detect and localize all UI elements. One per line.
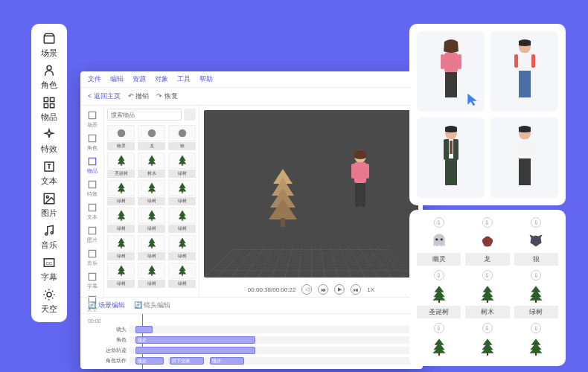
search-settings-button[interactable] — [184, 109, 196, 121]
timeline-clip[interactable] — [135, 347, 255, 354]
leftnav-item[interactable]: 文本 — [87, 202, 98, 221]
asset-item[interactable]: 绿树 — [168, 263, 196, 288]
tab-scene-edit[interactable]: 🔄 场景编辑 — [88, 301, 125, 310]
asset-panel-item[interactable]: ⇩ — [514, 323, 558, 359]
leftnav-item[interactable]: 音乐 — [87, 248, 98, 267]
menu-tools[interactable]: 工具 — [177, 74, 191, 84]
text-icon — [42, 159, 57, 174]
svg-rect-4 — [51, 104, 54, 108]
menu-assets[interactable]: 资源 — [132, 74, 146, 84]
rewind-button[interactable]: ⏮ — [318, 284, 328, 295]
timeline-clip[interactable] — [135, 326, 153, 333]
tab-camera-edit[interactable]: 🔄 镜头编辑 — [134, 301, 171, 310]
menu-file[interactable]: 文件 — [88, 74, 101, 84]
toolbar: < 返回主页 ↶ 撤销 ↷ 恢复 — [80, 88, 423, 106]
asset-item[interactable]: 绿树 — [107, 263, 135, 288]
back-button[interactable]: < 返回主页 — [88, 92, 121, 101]
forward-button[interactable]: ⏭ — [351, 284, 361, 295]
timeline-tabs: 🔄 场景编辑 🔄 镜头编辑 — [80, 297, 423, 314]
asset-item[interactable]: 绿树 — [138, 235, 165, 260]
asset-panel-item[interactable]: ⇩圣诞树 — [417, 270, 461, 318]
leftnav-item[interactable]: 角色 — [87, 133, 98, 152]
leftnav-item[interactable]: 字幕 — [87, 272, 98, 290]
asset-item[interactable]: 圣诞树 — [107, 153, 135, 178]
track-label: 角色 — [88, 336, 127, 344]
character-card-man-suit[interactable] — [417, 118, 485, 198]
play-button[interactable]: ▶ — [334, 284, 345, 295]
timeline-track[interactable] — [130, 326, 415, 333]
asset-item[interactable]: 幽灵 — [107, 125, 135, 150]
asset-panel-item[interactable]: ⇩龙 — [465, 217, 509, 266]
sidebar-item-sky[interactable]: 天空 — [41, 287, 57, 315]
svg-rect-101 — [519, 158, 531, 185]
sidebar-item-text[interactable]: 文本 — [41, 159, 57, 187]
asset-item[interactable]: 树木 — [138, 153, 165, 178]
asset-item[interactable]: 狼 — [168, 125, 196, 150]
sidebar-item-effects[interactable]: 特效 — [41, 127, 57, 155]
timeline-clip[interactable]: 慢走 — [135, 357, 164, 365]
character-card-woman[interactable] — [417, 31, 485, 112]
sidebar-item-character[interactable]: 角色 — [41, 63, 57, 91]
asset-item[interactable]: 绿树 — [168, 208, 196, 233]
leftnav-item[interactable]: 物品 — [87, 156, 98, 175]
svg-rect-19 — [89, 250, 95, 257]
timeline-clip[interactable]: 蹲下交谈 — [170, 357, 204, 365]
timeline-track[interactable]: 慢走 — [130, 336, 415, 344]
leftnav-item[interactable]: 图片 — [87, 225, 98, 244]
svg-rect-99 — [514, 141, 518, 154]
sidebar-item-image[interactable]: 图片 — [41, 191, 57, 219]
character-card-boy[interactable] — [490, 31, 558, 112]
sidebar-item-subtitle[interactable]: CC字幕 — [41, 255, 57, 283]
track-label: 镜头 — [88, 326, 127, 333]
asset-picker-panel: ⇩幽灵⇩龙⇩狼⇩圣诞树⇩树木⇩绿树⇩⇩⇩ — [409, 210, 566, 366]
asset-panel-item[interactable]: ⇩树木 — [465, 270, 509, 318]
asset-item[interactable]: 绿树 — [138, 180, 165, 205]
asset-panel-item[interactable]: ⇩幽灵 — [417, 217, 461, 266]
svg-rect-111 — [487, 300, 488, 303]
download-icon: ⇩ — [434, 217, 444, 228]
timeline-ruler[interactable]: 00:00 — [88, 317, 415, 324]
svg-point-0 — [47, 65, 51, 70]
sidebar-item-music[interactable]: 音乐 — [41, 223, 57, 251]
asset-item[interactable]: 绿树 — [168, 180, 196, 205]
asset-panel-item[interactable]: ⇩ — [465, 323, 509, 359]
track-label: 运动轨迹 — [88, 347, 127, 354]
timeline-clip[interactable]: 慢走 — [135, 336, 255, 344]
timeline-track[interactable]: 慢走蹲下交谈慢步 — [130, 357, 415, 365]
undo-button[interactable]: ↶ 撤销 — [128, 92, 150, 101]
menu-object[interactable]: 对象 — [155, 74, 168, 84]
asset-item[interactable]: 绿树 — [168, 153, 196, 178]
menu-help[interactable]: 帮助 — [199, 74, 213, 84]
svg-rect-88 — [518, 53, 531, 71]
search-input[interactable] — [107, 109, 182, 121]
asset-item[interactable]: 绿树 — [168, 235, 196, 260]
speed-label[interactable]: 1X — [367, 286, 374, 293]
asset-item[interactable]: 绿树 — [138, 263, 165, 288]
asset-item[interactable]: 绿树 — [107, 208, 135, 233]
asset-item[interactable]: 绿树 — [138, 208, 165, 233]
download-icon: ⇩ — [482, 270, 493, 280]
menu-edit[interactable]: 编辑 — [110, 74, 124, 84]
current-time: 00:00:38/00:00:22 — [248, 286, 296, 293]
canvas-3d[interactable] — [204, 110, 418, 278]
asset-item[interactable]: 绿树 — [107, 235, 135, 260]
leftnav-item[interactable]: 特效 — [87, 179, 98, 198]
asset-item[interactable]: 绿树 — [107, 180, 135, 205]
character-card-man-casual[interactable] — [490, 118, 558, 198]
timeline-clip[interactable]: 慢步 — [210, 357, 244, 365]
svg-rect-78 — [365, 164, 369, 179]
sidebar-item-objects[interactable]: 物品 — [41, 95, 57, 123]
svg-rect-69 — [182, 274, 183, 276]
leftnav-item[interactable]: 场景 — [87, 110, 98, 129]
asset-panel-item[interactable]: ⇩ — [417, 323, 461, 359]
asset-item[interactable]: 龙 — [138, 125, 165, 150]
svg-marker-73 — [269, 199, 297, 219]
sidebar-item-scene[interactable]: 场景 — [41, 31, 57, 59]
svg-marker-56 — [147, 241, 156, 247]
timeline-track[interactable] — [130, 347, 415, 354]
redo-button[interactable]: ↷ 恢复 — [156, 92, 178, 101]
svg-rect-107 — [438, 300, 440, 303]
asset-panel-item[interactable]: ⇩绿树 — [514, 270, 558, 318]
asset-panel-item[interactable]: ⇩狼 — [514, 217, 558, 266]
prev-button[interactable]: ◁ — [301, 284, 312, 295]
